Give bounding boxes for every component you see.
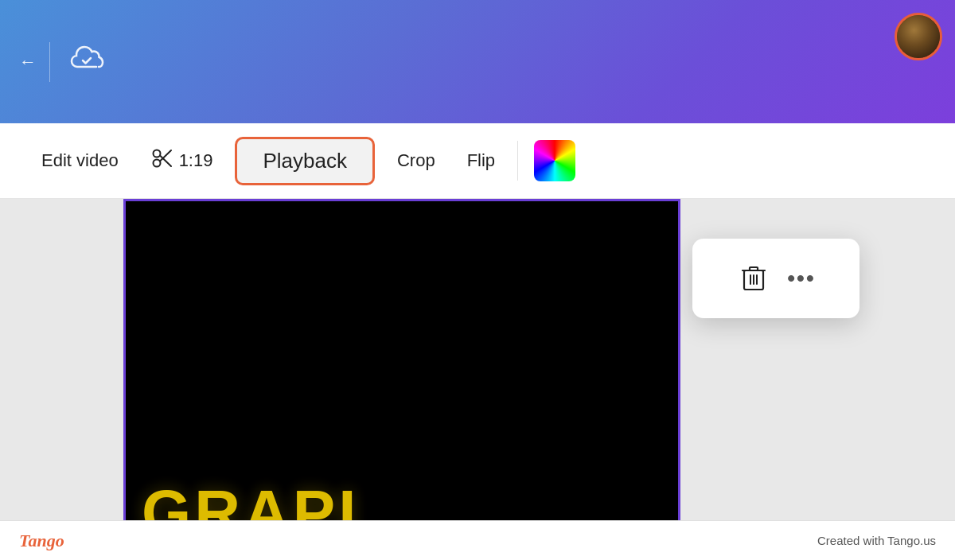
footer-attribution: Created with Tango.us [817,534,936,547]
trim-button[interactable]: 1:19 [134,141,229,181]
more-options-button[interactable]: ••• [787,266,815,291]
scissors-icon [150,147,173,174]
flip-label: Flip [467,150,495,171]
back-arrow-icon[interactable]: ← [19,52,37,72]
toolbar: Edit video 1:19 Playback Crop Flip [0,123,955,199]
crop-button[interactable]: Crop [381,144,451,177]
footer: Tango Created with Tango.us [0,520,955,560]
svg-point-1 [153,150,160,158]
header: ← [0,0,955,123]
edit-video-label: Edit video [41,150,119,171]
edit-video-button[interactable]: Edit video [25,144,134,177]
toolbar-separator [517,141,518,181]
cloud-save-icon[interactable] [69,43,104,80]
avatar-image [897,15,940,58]
tango-logo: Tango [19,531,64,551]
svg-line-2 [160,150,171,161]
svg-point-0 [153,160,160,167]
header-divider [49,42,50,82]
color-swatch-button[interactable] [534,140,575,181]
avatar[interactable] [895,13,942,60]
flip-button[interactable]: Flip [451,144,511,177]
svg-line-3 [160,156,171,167]
context-menu-popup: ••• [692,239,860,318]
playback-button[interactable]: Playback [235,137,375,185]
video-container: GRAPI [123,199,680,560]
video-content: GRAPI [126,201,678,558]
trim-duration: 1:19 [179,150,213,171]
delete-button[interactable] [736,259,771,298]
playback-label: Playback [263,149,347,173]
trash-icon [736,259,771,294]
crop-label: Crop [397,150,435,171]
main-content: GRAPI ••• [0,199,955,560]
